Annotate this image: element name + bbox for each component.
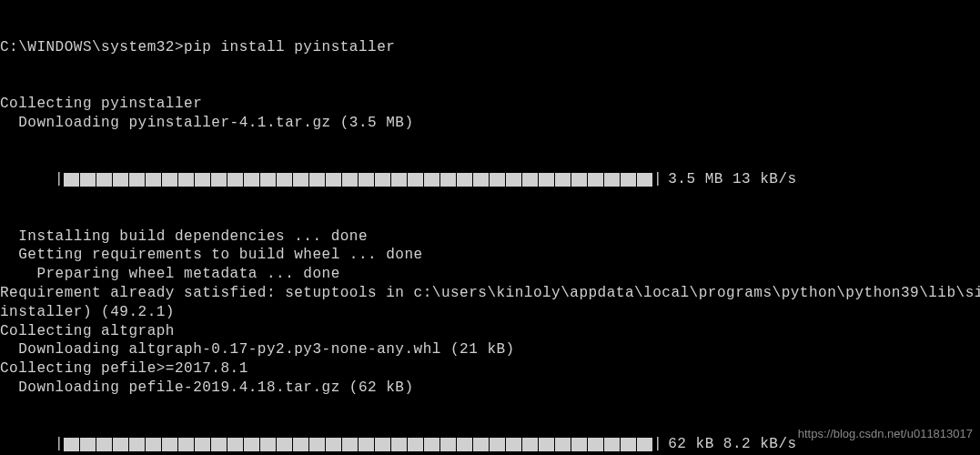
progress-block [80, 173, 96, 187]
progress-block [64, 438, 79, 451]
progress-block [211, 438, 227, 451]
progress-block [260, 173, 276, 187]
progress-block [522, 438, 538, 451]
progress-block [522, 173, 538, 187]
progress-block [80, 438, 96, 451]
progress-block [227, 438, 243, 451]
progress-block [571, 173, 587, 187]
progress-block [637, 438, 652, 451]
output-line: Requirement already satisfied: setuptool… [0, 284, 980, 303]
progress-block [129, 438, 145, 451]
progress-block [424, 438, 439, 451]
progress-block [162, 173, 177, 187]
progress-block [227, 173, 243, 187]
output-line: Downloading pyinstaller-4.1.tar.gz (3.5 … [0, 114, 980, 133]
progress-block [391, 438, 407, 451]
progress-block [359, 173, 374, 187]
progress-block [146, 173, 161, 187]
progress-block [604, 438, 620, 451]
progress-block [195, 438, 210, 451]
progress-block [375, 173, 390, 187]
progress-block [146, 438, 161, 451]
progress-block [113, 438, 128, 451]
progress-block [408, 438, 423, 451]
progress-block [457, 173, 472, 187]
progress-block [96, 438, 112, 451]
output-line: Collecting altgraph [0, 322, 980, 341]
progress-block [260, 438, 276, 451]
progress-block [539, 173, 554, 187]
progress-text-1: 3.5 MB 13 kB/s [668, 170, 796, 189]
progress-block [64, 173, 79, 187]
progress-block [195, 173, 210, 187]
progress-block [326, 438, 341, 451]
progress-block [588, 173, 603, 187]
output-line: installer) (49.2.1) [0, 303, 980, 322]
terminal-window[interactable]: C:\WINDOWS\system32>pip install pyinstal… [0, 0, 980, 455]
watermark-text: https://blog.csdn.net/u011813017 [798, 427, 973, 442]
progress-bar-1: ||3.5 MB 13 kB/s [0, 170, 980, 189]
progress-block [490, 438, 505, 451]
progress-block [211, 173, 227, 187]
output-line: Collecting pyinstaller [0, 95, 980, 114]
progress-block [506, 438, 521, 451]
progress-block [326, 173, 341, 187]
progress-block [555, 438, 571, 451]
progress-block [621, 173, 636, 187]
progress-block [113, 173, 128, 187]
progress-block [440, 173, 456, 187]
progress-block [375, 438, 390, 451]
progress-block [555, 173, 571, 187]
progress-block [96, 173, 112, 187]
progress-block [604, 173, 620, 187]
progress-block [293, 173, 308, 187]
progress-block [293, 438, 308, 451]
progress-block [244, 173, 259, 187]
progress-block [359, 438, 374, 451]
progress-block [309, 173, 325, 187]
progress-block [391, 173, 407, 187]
output-line: Downloading altgraph-0.17-py2.py3-none-a… [0, 340, 980, 359]
progress-block [571, 438, 587, 451]
progress-text-2: 62 kB 8.2 kB/s [668, 435, 796, 454]
progress-block [473, 438, 489, 451]
progress-block [621, 438, 636, 451]
progress-block [408, 173, 423, 187]
output-line: Installing build dependencies ... done [0, 228, 980, 247]
output-line: Preparing wheel metadata ... done [0, 265, 980, 284]
progress-block [277, 173, 292, 187]
progress-block [440, 438, 456, 451]
progress-block [178, 438, 194, 451]
progress-block [342, 173, 358, 187]
output-line: Downloading pefile-2019.4.18.tar.gz (62 … [0, 379, 980, 398]
progress-block [162, 438, 177, 451]
progress-block [457, 438, 472, 451]
progress-block [506, 173, 521, 187]
output-line: Getting requirements to build wheel ... … [0, 246, 980, 265]
progress-block [129, 173, 145, 187]
output-block-1: Collecting pyinstaller Downloading pyins… [0, 95, 980, 133]
progress-block [424, 173, 439, 187]
progress-block [309, 438, 325, 451]
output-line: Collecting pefile>=2017.8.1 [0, 359, 980, 379]
progress-block [637, 173, 652, 187]
progress-block [178, 173, 194, 187]
progress-block [473, 173, 489, 187]
progress-block [277, 438, 292, 451]
progress-block [490, 173, 505, 187]
progress-block [244, 438, 259, 451]
progress-block [539, 438, 554, 451]
progress-block [342, 438, 358, 451]
command-prompt-line: C:\WINDOWS\system32>pip install pyinstal… [0, 38, 980, 57]
output-block-2: Installing build dependencies ... done G… [0, 228, 980, 398]
progress-block [588, 438, 603, 451]
